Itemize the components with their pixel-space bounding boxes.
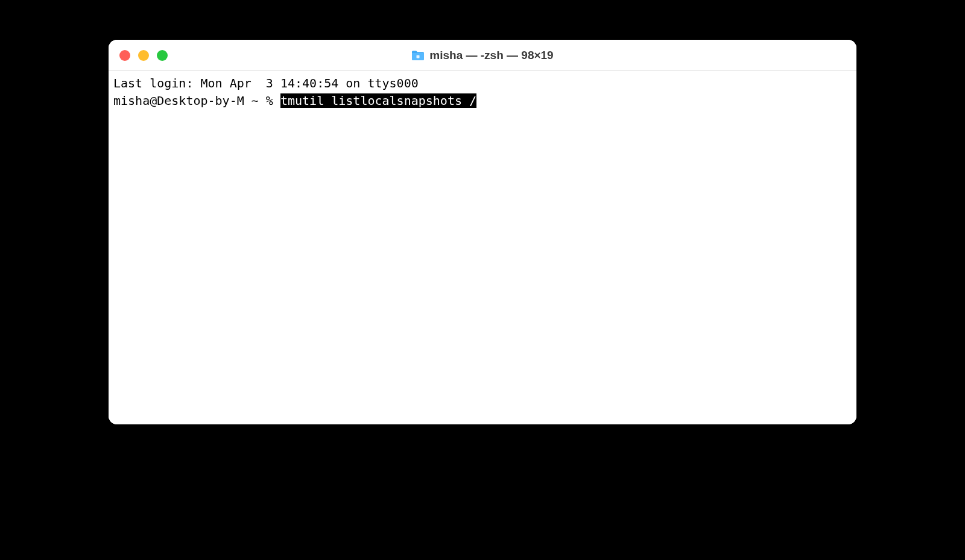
svg-rect-0 <box>417 55 420 58</box>
window-titlebar: misha — -zsh — 98×19 <box>109 40 856 71</box>
terminal-prompt: misha@Desktop-by-M ~ % <box>113 93 280 108</box>
maximize-window-button[interactable] <box>157 50 168 61</box>
terminal-body[interactable]: Last login: Mon Apr 3 14:40:54 on ttys00… <box>109 71 856 424</box>
window-title: misha — -zsh — 98×19 <box>429 49 553 62</box>
traffic-lights <box>119 50 168 61</box>
minimize-window-button[interactable] <box>138 50 149 61</box>
terminal-prompt-line: misha@Desktop-by-M ~ % tmutil listlocals… <box>113 92 852 110</box>
terminal-command-selection[interactable]: tmutil listlocalsnapshots / <box>280 93 476 108</box>
terminal-output-line: Last login: Mon Apr 3 14:40:54 on ttys00… <box>113 75 852 92</box>
close-window-button[interactable] <box>119 50 130 61</box>
terminal-window: misha — -zsh — 98×19 Last login: Mon Apr… <box>109 40 856 424</box>
folder-icon <box>411 50 425 61</box>
window-title-group: misha — -zsh — 98×19 <box>109 49 856 62</box>
